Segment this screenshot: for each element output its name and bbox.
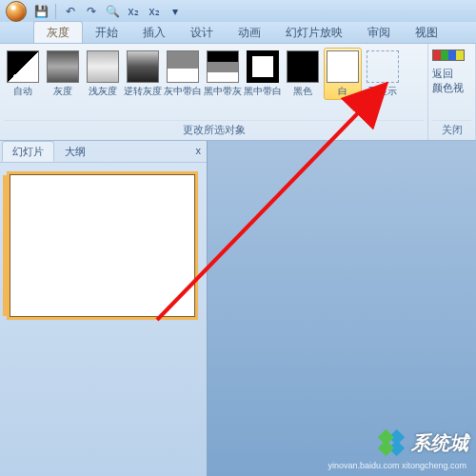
undo-icon[interactable]: ↶ <box>62 3 79 20</box>
qat-dropdown-icon[interactable]: ▾ <box>167 3 184 20</box>
watermark-url: yinovan.baidu.com xitongcheng.com <box>327 461 466 470</box>
tab-design[interactable]: 设计 <box>178 22 226 43</box>
swatch-thumb <box>47 50 79 83</box>
slide-thumbnail-1[interactable] <box>10 174 195 317</box>
swatch-label: 黑中带白 <box>244 87 282 97</box>
tab-animations[interactable]: 动画 <box>226 22 273 43</box>
watermark-text: 系统城 <box>411 430 468 456</box>
swatch-label: 黑中带灰 <box>204 87 242 97</box>
swatch-thumb <box>367 50 399 83</box>
tab-review[interactable]: 审阅 <box>355 22 403 43</box>
panel-tab-slides[interactable]: 幻灯片 <box>2 141 54 162</box>
swatch-invert[interactable]: 逆转灰度 <box>124 48 162 100</box>
thumbnail-area <box>0 163 207 476</box>
swatch-black-white[interactable]: 黑中带白 <box>244 48 282 100</box>
swatch-thumb <box>167 50 199 83</box>
watermark: 系统城 <box>375 426 468 459</box>
tab-grayscale[interactable]: 灰度 <box>33 21 83 43</box>
tab-view[interactable]: 视图 <box>403 22 450 43</box>
ribbon-tabstrip: 灰度 开始 插入 设计 动画 幻灯片放映 审阅 视图 <box>0 22 476 44</box>
ribbon-group-close: 返回 颜色视 关闭 <box>428 44 476 140</box>
group-label: 更改所选对象 <box>4 120 424 140</box>
swatch-lightgray[interactable]: 浅灰度 <box>84 48 122 100</box>
swatch-black[interactable]: 黑色 <box>284 48 322 100</box>
watermark-logo-icon <box>375 426 407 459</box>
back-to-color-button[interactable]: 返回 颜色视 <box>432 50 471 95</box>
swatch-thumb <box>87 50 119 83</box>
svg-rect-4 <box>378 440 394 456</box>
swatch-thumb <box>127 50 159 83</box>
swatch-label: 灰度 <box>53 87 72 97</box>
swatch-label: 不显示 <box>368 87 397 97</box>
swatch-thumb <box>207 50 239 83</box>
swatch-black-gray[interactable]: 黑中带灰 <box>204 48 242 100</box>
group-label: 关闭 <box>432 120 471 140</box>
separator <box>55 4 56 19</box>
tab-slideshow[interactable]: 幻灯片放映 <box>273 22 355 43</box>
swatch-none[interactable]: 不显示 <box>364 48 402 100</box>
swatch-gray-white[interactable]: 灰中带白 <box>164 48 202 100</box>
slides-panel: 幻灯片 大纲 x <box>0 141 208 476</box>
panel-tab-outline[interactable]: 大纲 <box>54 141 96 162</box>
back-label-2: 颜色视 <box>432 81 471 95</box>
swatch-thumb <box>287 50 319 83</box>
grayscale-swatches: 自动 灰度 浅灰度 逆转灰度 灰中带白 黑中带灰 黑中带白 黑色 白 不显示 <box>4 48 424 120</box>
swatch-thumb <box>7 50 39 83</box>
swatch-label: 浅灰度 <box>89 87 117 97</box>
swatch-label: 逆转灰度 <box>124 87 162 97</box>
swatch-label: 灰中带白 <box>164 87 202 97</box>
save-icon[interactable]: 💾 <box>32 3 50 20</box>
close-icon[interactable]: x <box>196 145 202 156</box>
office-button[interactable] <box>6 1 27 22</box>
quick-access-toolbar: 💾 ↶ ↷ 🔍 x₂ x₂ ▾ <box>32 3 184 20</box>
subscript-icon[interactable]: x₂ <box>125 3 142 20</box>
swatch-label: 黑色 <box>293 87 312 97</box>
redo-icon[interactable]: ↷ <box>83 3 100 20</box>
swatch-label: 自动 <box>13 87 32 97</box>
tab-insert[interactable]: 插入 <box>130 22 178 43</box>
back-label-1: 返回 <box>432 67 471 81</box>
ribbon-group-change-object: 自动 灰度 浅灰度 逆转灰度 灰中带白 黑中带灰 黑中带白 黑色 白 不显示 更… <box>0 44 428 140</box>
swatch-thumb <box>327 50 359 83</box>
swatch-label: 白 <box>338 87 347 97</box>
tab-home[interactable]: 开始 <box>83 22 130 43</box>
superscript-icon[interactable]: x₂ <box>146 3 163 20</box>
swatch-white[interactable]: 白 <box>324 48 362 100</box>
panel-tabs: 幻灯片 大纲 x <box>0 141 207 163</box>
swatch-gray[interactable]: 灰度 <box>44 48 82 100</box>
swatch-thumb <box>247 50 279 83</box>
print-preview-icon[interactable]: 🔍 <box>104 3 121 20</box>
title-bar: 💾 ↶ ↷ 🔍 x₂ x₂ ▾ <box>0 0 476 22</box>
color-strip-icon <box>432 50 465 61</box>
ribbon: 自动 灰度 浅灰度 逆转灰度 灰中带白 黑中带灰 黑中带白 黑色 白 不显示 更… <box>0 44 476 141</box>
swatch-auto[interactable]: 自动 <box>4 48 42 100</box>
